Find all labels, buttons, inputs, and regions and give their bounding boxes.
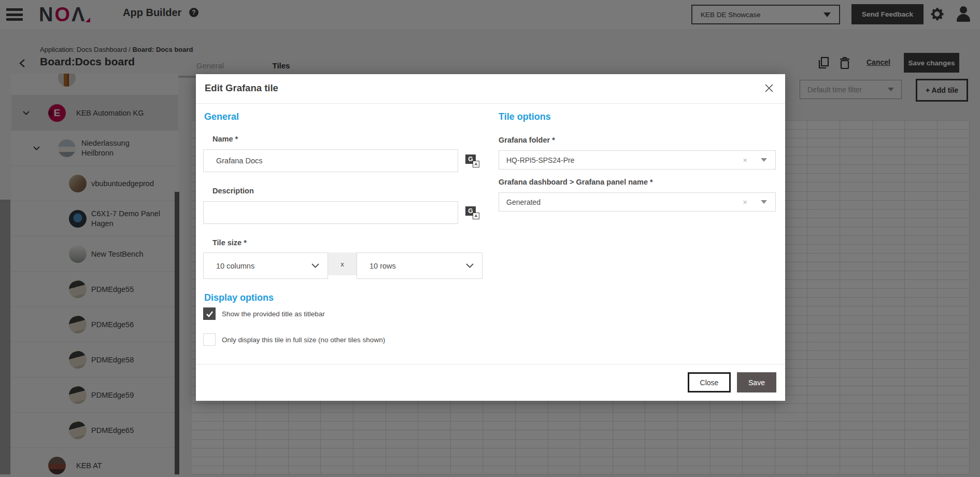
display-option-row[interactable]: Show the provided title as titlebar [203, 307, 325, 320]
checkbox-label: Only display this tile in full size (no … [222, 336, 385, 344]
display-option-row[interactable]: Only display this tile in full size (no … [203, 333, 385, 346]
rows-select[interactable]: 10 rows [357, 252, 482, 279]
grafana-dashboard-select[interactable]: Generated × [499, 192, 776, 212]
modal-save-button[interactable]: Save [737, 372, 776, 392]
checkbox[interactable] [203, 333, 216, 346]
name-input[interactable] [203, 149, 458, 172]
chevron-down-icon [311, 263, 319, 268]
description-label: Description [212, 187, 254, 195]
translate-icon[interactable]: G A [465, 206, 479, 219]
chevron-down-icon [761, 200, 767, 204]
name-label: Name * [212, 135, 238, 143]
description-input[interactable] [203, 201, 458, 224]
display-options-heading: Display options [204, 292, 274, 303]
grafana-folder-label: Grafana folder * [499, 136, 555, 144]
checkmark-icon [206, 311, 214, 317]
grafana-folder-value: HQ-RPI5-SPS24-Pre [506, 156, 743, 164]
modal-title: Edit Grafana tile [205, 82, 278, 94]
modal-close-button[interactable]: Close [688, 372, 731, 392]
columns-value: 10 columns [216, 262, 311, 270]
chevron-down-icon [466, 263, 474, 268]
grafana-dashboard-value: Generated [506, 198, 743, 206]
clear-icon[interactable]: × [743, 156, 747, 164]
clear-icon[interactable]: × [743, 198, 747, 206]
general-section-heading: General [204, 111, 239, 122]
app-window: NOΛ App Builder ? KEB DE Showcase Send F… [0, 0, 980, 477]
chevron-down-icon [761, 158, 767, 162]
checkbox-label: Show the provided title as titlebar [222, 310, 325, 318]
tile-size-label: Tile size * [212, 238, 247, 247]
divider [196, 103, 785, 104]
checkbox[interactable] [203, 307, 216, 320]
divider [196, 364, 785, 364]
close-icon[interactable] [764, 83, 774, 93]
rows-value: 10 rows [370, 262, 466, 270]
edit-grafana-tile-modal: Edit Grafana tile General Name * G A Des… [196, 74, 785, 401]
size-separator: x [328, 252, 357, 275]
columns-select[interactable]: 10 columns [203, 252, 328, 279]
grafana-folder-select[interactable]: HQ-RPI5-SPS24-Pre × [499, 150, 776, 170]
translate-icon[interactable]: G A [465, 155, 479, 167]
grafana-dashboard-label: Grafana dashboard > Grafana panel name * [499, 178, 653, 186]
tile-options-heading: Tile options [499, 111, 551, 122]
